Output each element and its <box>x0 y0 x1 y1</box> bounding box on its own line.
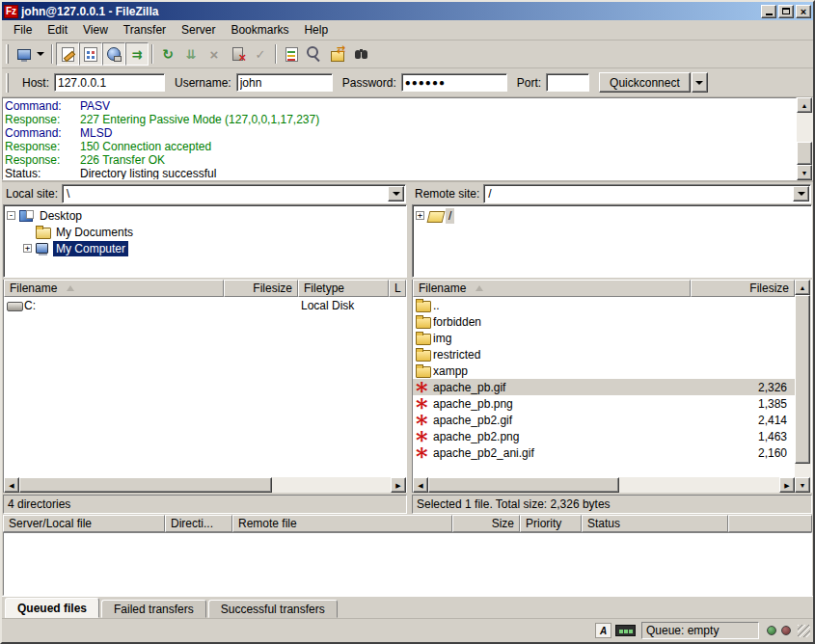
maximize-button[interactable] <box>778 5 794 18</box>
column-header-size[interactable]: Size <box>452 515 520 532</box>
column-header-direction[interactable]: Directi... <box>165 515 232 532</box>
toggle-local-tree-button[interactable] <box>79 42 102 66</box>
toggle-message-log-button[interactable] <box>56 42 79 66</box>
tree-expander-icon[interactable]: - <box>7 211 15 220</box>
title-bar[interactable]: Fz john@127.0.0.1 - FileZilla × <box>2 2 813 20</box>
tree-expander-icon[interactable]: + <box>23 244 32 253</box>
speed-limit-indicator-icon[interactable] <box>615 625 636 636</box>
directory-filters-button[interactable] <box>280 42 303 66</box>
log-vertical-scrollbar[interactable]: ▲ ▼ <box>797 97 813 180</box>
local-horizontal-scrollbar[interactable]: ◀ ▶ <box>4 477 406 493</box>
scroll-left-icon[interactable]: ◀ <box>4 477 19 493</box>
column-header-empty[interactable] <box>728 515 812 532</box>
scroll-down-icon[interactable]: ▼ <box>795 477 810 493</box>
tree-item[interactable]: + My Computer <box>21 240 405 256</box>
remote-site-dropdown-icon[interactable] <box>793 186 809 201</box>
scroll-thumb[interactable] <box>19 477 272 493</box>
file-row[interactable]: apache_pb2_ani.gif 2,160 <box>413 444 795 461</box>
file-row[interactable]: apache_pb2.gif 2,414 <box>413 412 795 428</box>
tree-expander-icon[interactable]: + <box>416 211 424 220</box>
queue-tab[interactable]: Successful transfers <box>208 600 338 618</box>
scroll-left-icon[interactable]: ◀ <box>413 477 428 493</box>
port-input[interactable] <box>546 73 589 92</box>
tree-item[interactable]: + / <box>414 207 810 224</box>
directory-comparison-button[interactable] <box>303 42 326 66</box>
remote-site-value[interactable]: / <box>484 185 792 202</box>
file-row[interactable]: apache_pb.png 1,385 <box>413 395 795 412</box>
scroll-right-icon[interactable]: ▶ <box>779 477 795 493</box>
tree-item[interactable]: My Documents <box>21 224 405 240</box>
column-header-remote-file[interactable]: Remote file <box>232 515 452 532</box>
queue-tab[interactable]: Queued files <box>5 598 99 618</box>
password-input[interactable] <box>401 73 507 92</box>
local-site-combobox[interactable]: \ <box>62 184 406 203</box>
quickconnect-dropdown-button[interactable] <box>692 72 708 93</box>
column-header-server-local-file[interactable]: Server/Local file <box>3 515 165 532</box>
quickconnect-button[interactable]: Quickconnect <box>599 72 691 93</box>
column-header-status[interactable]: Status <box>582 515 728 532</box>
find-files-button[interactable] <box>349 42 372 66</box>
menu-item[interactable]: Server <box>174 21 223 39</box>
file-size: 2,326 <box>691 381 795 394</box>
column-header-filetype[interactable]: Filetype <box>298 280 389 297</box>
toggle-transfer-queue-button[interactable] <box>125 42 149 66</box>
remote-horizontal-scrollbar[interactable]: ◀ ▶ <box>413 477 795 493</box>
scroll-thumb[interactable] <box>797 142 812 165</box>
close-button[interactable]: × <box>796 5 811 18</box>
reconnect-button[interactable] <box>249 42 272 66</box>
file-row[interactable]: xampp <box>413 362 795 379</box>
remote-vertical-scrollbar[interactable]: ▲ ▼ <box>795 280 811 493</box>
scroll-right-icon[interactable]: ▶ <box>391 477 406 493</box>
username-input[interactable] <box>236 73 333 92</box>
file-row[interactable]: img <box>413 330 795 346</box>
disconnect-button[interactable] <box>226 42 249 66</box>
column-header-priority[interactable]: Priority <box>520 515 582 532</box>
column-header-filesize[interactable]: Filesize <box>224 280 298 297</box>
menu-item[interactable]: Transfer <box>116 21 174 39</box>
scroll-track <box>797 113 813 142</box>
tree-item[interactable]: - Desktop <box>5 207 405 224</box>
file-row[interactable]: .. <box>413 297 795 313</box>
local-site-dropdown-icon[interactable] <box>388 186 404 201</box>
local-site-value[interactable]: \ <box>63 185 387 202</box>
file-row[interactable]: apache_pb.gif 2,326 <box>413 379 795 395</box>
column-header-filename[interactable]: Filename <box>413 280 691 297</box>
window-resize-grip[interactable] <box>798 625 810 637</box>
menu-item[interactable]: View <box>75 21 116 39</box>
column-header-lastmodified[interactable]: L <box>389 280 406 297</box>
column-header-filename[interactable]: Filename <box>4 280 224 297</box>
file-row[interactable]: restricted <box>413 346 795 362</box>
synchronized-browsing-button[interactable] <box>326 42 349 66</box>
menu-item[interactable]: Bookmarks <box>223 21 296 39</box>
scroll-up-icon[interactable]: ▲ <box>797 97 812 113</box>
refresh-button[interactable] <box>156 42 179 66</box>
cancel-button[interactable] <box>203 42 226 66</box>
menu-item[interactable]: File <box>6 21 40 39</box>
column-header-filesize[interactable]: Filesize <box>691 280 795 297</box>
minimize-button[interactable] <box>761 5 776 18</box>
file-row[interactable]: forbidden <box>413 313 795 330</box>
scroll-up-icon[interactable]: ▲ <box>795 280 810 295</box>
file-row[interactable]: C: Local Disk <box>4 297 406 313</box>
queue-list-area[interactable] <box>3 532 812 596</box>
queue-tab[interactable]: Failed transfers <box>101 600 206 618</box>
toggle-remote-tree-button[interactable] <box>102 42 125 66</box>
log-line: Command: PASV <box>5 99 796 113</box>
toolbar-separator[interactable] <box>51 44 53 64</box>
toolbar-grip[interactable] <box>6 44 9 64</box>
toolbar-separator[interactable] <box>151 44 153 64</box>
scroll-down-icon[interactable]: ▼ <box>797 165 812 180</box>
menu-item[interactable]: Help <box>296 21 336 39</box>
transfer-datatype-icon[interactable]: A <box>595 623 611 638</box>
toolbar-separator[interactable] <box>275 44 277 64</box>
file-row[interactable]: apache_pb2.png 1,463 <box>413 428 795 444</box>
site-manager-button[interactable] <box>13 42 36 66</box>
process-queue-button[interactable] <box>179 42 203 66</box>
scroll-thumb[interactable] <box>795 295 810 464</box>
scroll-thumb[interactable] <box>428 477 619 493</box>
remote-site-combobox[interactable]: / <box>483 184 811 203</box>
menu-item[interactable]: Edit <box>40 21 75 39</box>
quickconnect-grip[interactable] <box>6 73 9 93</box>
host-input[interactable] <box>54 73 165 92</box>
site-manager-dropdown-button[interactable] <box>36 42 48 66</box>
